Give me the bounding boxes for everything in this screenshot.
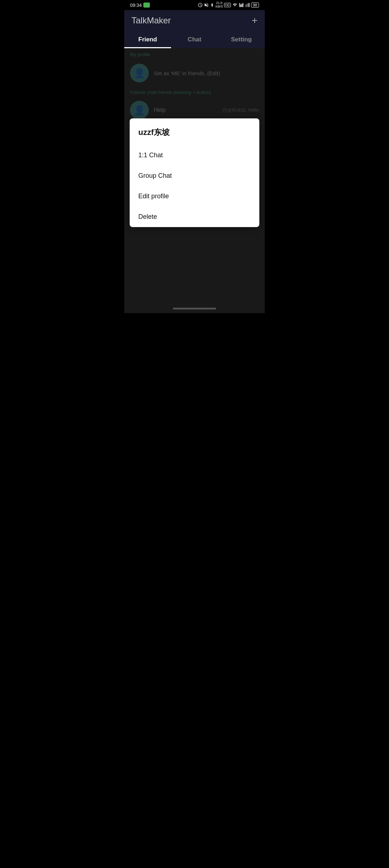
hd-badge: HD: [224, 3, 231, 7]
signal1-icon: [239, 3, 244, 7]
context-menu-title: uzzf东坡: [130, 118, 259, 145]
menu-item-1to1-chat[interactable]: 1:1 Chat: [130, 145, 259, 166]
alarm-icon: [198, 3, 203, 8]
tab-friend[interactable]: Friend: [124, 31, 171, 48]
wifi-icon: [232, 3, 238, 7]
context-menu-dialog: uzzf东坡 1:1 Chat Group Chat Edit profile …: [130, 118, 259, 227]
time-display: 09:34: [130, 3, 142, 8]
bluetooth-icon: [210, 3, 214, 8]
status-right: 21.0KB/S HD 98: [198, 1, 259, 9]
status-left: 09:34: [130, 3, 150, 8]
content-area: My profile 👤 Set as 'ME' in friends. (Ed…: [124, 48, 265, 313]
app-bar: TalkMaker +: [124, 10, 265, 31]
mute-icon: [204, 3, 209, 8]
add-button[interactable]: +: [252, 15, 258, 26]
status-bar: 09:34 21.0KB/S HD 98: [124, 0, 265, 10]
tab-bar: Friend Chat Setting: [124, 31, 265, 48]
battery-display: 98: [251, 3, 259, 8]
tab-setting[interactable]: Setting: [218, 31, 265, 48]
message-notification-icon: [143, 3, 150, 8]
signal2-icon: [245, 3, 250, 7]
menu-item-delete[interactable]: Delete: [130, 207, 259, 227]
speed-display: 21.0KB/S: [215, 1, 223, 9]
menu-item-edit-profile[interactable]: Edit profile: [130, 186, 259, 207]
menu-item-group-chat[interactable]: Group Chat: [130, 166, 259, 186]
tab-chat[interactable]: Chat: [171, 31, 218, 48]
app-title: TalkMaker: [131, 15, 171, 26]
